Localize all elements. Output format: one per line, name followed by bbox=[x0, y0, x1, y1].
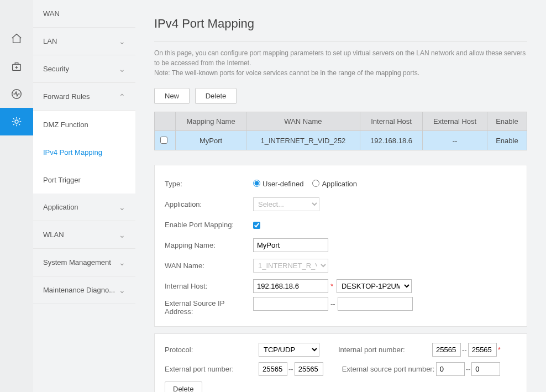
sidebar-item-dmz[interactable]: DMZ Function bbox=[33, 111, 135, 138]
label-ext-src-ip: External Source IP Address: bbox=[165, 297, 253, 316]
radio-application[interactable]: Application bbox=[312, 179, 357, 188]
internal-port-b[interactable] bbox=[468, 343, 497, 357]
col-enable: Enable bbox=[487, 112, 527, 131]
application-select: Select... bbox=[253, 197, 319, 211]
sidebar: WAN LAN⌄ Security⌄ Forward Rules⌃ DMZ Fu… bbox=[33, 0, 135, 392]
mapping-table: Mapping Name WAN Name Internal Host Exte… bbox=[154, 112, 527, 150]
delete-button[interactable]: Delete bbox=[195, 88, 237, 104]
chevron-down-icon: ⌄ bbox=[119, 231, 125, 239]
label-ext-src-port: External source port number: bbox=[342, 365, 436, 373]
col-internal-host: Internal Host bbox=[360, 112, 423, 131]
ext-src-ip-b[interactable] bbox=[338, 297, 413, 311]
sidebar-item-port-trigger[interactable]: Port Trigger bbox=[33, 166, 135, 194]
col-wan-name: WAN Name bbox=[246, 112, 360, 131]
iconbar bbox=[0, 0, 33, 392]
enable-port-mapping-checkbox[interactable] bbox=[253, 222, 260, 229]
wan-name-select: 1_INTERNET_R_VI bbox=[253, 259, 328, 273]
sidebar-item-ipv4-port-mapping[interactable]: IPv4 Port Mapping bbox=[33, 138, 135, 166]
required-indicator: * bbox=[330, 282, 333, 290]
radio-user-defined[interactable]: User-defined bbox=[253, 179, 303, 188]
delete-port-button[interactable]: Delete bbox=[165, 381, 202, 392]
label-wan-name: WAN Name: bbox=[165, 262, 253, 270]
chevron-down-icon: ⌄ bbox=[119, 258, 125, 267]
required-indicator: * bbox=[498, 346, 501, 354]
chevron-down-icon: ⌄ bbox=[119, 203, 125, 212]
sidebar-item-forward-rules[interactable]: Forward Rules⌃ bbox=[33, 83, 135, 111]
label-internal-host: Internal Host: bbox=[165, 282, 253, 290]
internal-port-a[interactable] bbox=[432, 343, 461, 357]
gear-icon[interactable] bbox=[0, 108, 33, 135]
external-port-a[interactable] bbox=[259, 362, 287, 376]
chevron-down-icon: ⌄ bbox=[119, 286, 125, 295]
content-area: IPv4 Port Mapping On this page, you can … bbox=[135, 0, 546, 392]
chevron-down-icon: ⌄ bbox=[119, 37, 125, 46]
internal-host-input[interactable] bbox=[253, 279, 328, 293]
chevron-up-icon: ⌃ bbox=[119, 92, 125, 101]
divider bbox=[154, 41, 527, 41]
sidebar-item-maintenance[interactable]: Maintenance Diagno...⌄ bbox=[33, 276, 135, 304]
activity-icon[interactable] bbox=[0, 80, 33, 108]
sidebar-item-wan[interactable]: WAN bbox=[33, 0, 135, 28]
label-enable-pm: Enable Port Mapping: bbox=[165, 221, 253, 229]
ext-src-port-b[interactable] bbox=[471, 362, 500, 376]
page-description: On this page, you can configure port map… bbox=[154, 48, 527, 78]
label-type: Type: bbox=[165, 180, 253, 188]
col-mapping-name: Mapping Name bbox=[176, 112, 246, 131]
mapping-name-input[interactable] bbox=[253, 238, 328, 252]
sidebar-item-application[interactable]: Application⌄ bbox=[33, 194, 135, 221]
table-row[interactable]: MyPort 1_INTERNET_R_VID_252 192.168.18.6… bbox=[155, 131, 527, 150]
medkit-icon[interactable] bbox=[0, 53, 33, 80]
col-external-host: External Host bbox=[423, 112, 487, 131]
sidebar-item-security[interactable]: Security⌄ bbox=[33, 55, 135, 83]
chevron-down-icon: ⌄ bbox=[119, 65, 125, 74]
config-panel: Type: User-defined Application Applicati… bbox=[154, 165, 527, 327]
label-protocol: Protocol: bbox=[165, 346, 259, 354]
protocol-select[interactable]: TCP/UDP bbox=[259, 343, 319, 357]
ext-src-port-a[interactable] bbox=[436, 362, 465, 376]
table-actions: New Delete bbox=[154, 88, 527, 104]
row-checkbox[interactable] bbox=[160, 137, 167, 144]
svg-point-2 bbox=[15, 120, 18, 123]
sidebar-item-system-mgmt[interactable]: System Management⌄ bbox=[33, 249, 135, 276]
sidebar-item-lan[interactable]: LAN⌄ bbox=[33, 28, 135, 55]
internal-host-select[interactable]: DESKTOP-1P2UM bbox=[337, 279, 412, 293]
label-mapping-name: Mapping Name: bbox=[165, 241, 253, 249]
label-external-port: External port number: bbox=[165, 365, 259, 373]
home-icon[interactable] bbox=[0, 25, 33, 53]
ext-src-ip-a[interactable] bbox=[253, 297, 328, 311]
external-port-b[interactable] bbox=[295, 362, 323, 376]
label-application: Application: bbox=[165, 200, 253, 208]
ports-panel: Protocol: TCP/UDP Internal port number: … bbox=[154, 333, 527, 392]
page-title: IPv4 Port Mapping bbox=[154, 17, 527, 31]
sidebar-item-wlan[interactable]: WLAN⌄ bbox=[33, 221, 135, 249]
new-button[interactable]: New bbox=[154, 88, 190, 104]
label-internal-port: Internal port number: bbox=[338, 346, 432, 354]
